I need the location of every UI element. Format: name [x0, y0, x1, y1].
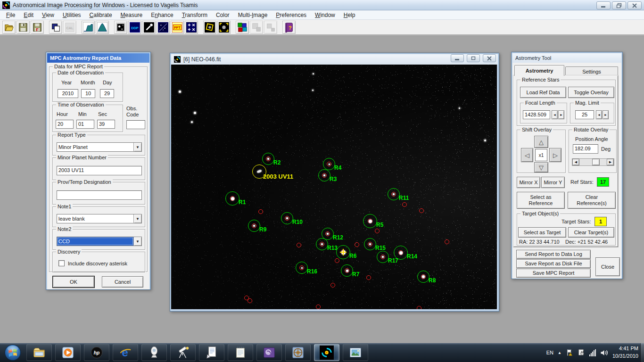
ok-button[interactable]: OK [53, 276, 94, 288]
hour-field[interactable]: 20 [56, 120, 74, 129]
save-fits-icon[interactable]: F [31, 21, 44, 34]
save-file-icon[interactable] [17, 21, 30, 34]
send-report-button[interactable]: Send Report to Data Log [516, 250, 591, 259]
app-titlebar[interactable]: Astronomical Image Processing for Window… [0, 0, 644, 10]
menu-calibrate[interactable]: Calibrate [85, 11, 116, 19]
tray-expand-icon[interactable]: ▲ [558, 351, 561, 355]
menu-view[interactable]: View [38, 11, 58, 19]
clear-targets-button[interactable]: Clear Target(s) [568, 227, 614, 238]
taskbar-aip4win[interactable] [314, 344, 339, 361]
taskbar-photo-viewer[interactable] [343, 344, 368, 361]
scroll-right-icon[interactable]: ▶ [607, 159, 614, 165]
image-window-titlebar[interactable]: [6] NEO-046.fit [171, 54, 498, 65]
taskbar-planetarium[interactable] [170, 344, 196, 361]
taskbar-webcam[interactable] [141, 344, 167, 361]
menu-multi-image[interactable]: Multi-Image [234, 11, 272, 19]
load-ref-data-button[interactable]: Load Ref Data [520, 87, 566, 98]
min-field[interactable]: 01 [76, 120, 94, 129]
magic-wand-icon[interactable] [142, 21, 156, 34]
menu-preferences[interactable]: Preferences [272, 11, 311, 19]
shift-right-button[interactable]: ▷ [549, 148, 561, 162]
focal-spin-right-icon[interactable]: ► [558, 110, 564, 119]
save-report-disk-button[interactable]: Save Report as Disk File [516, 259, 591, 268]
menu-transform[interactable]: Transform [178, 11, 212, 19]
sec-field[interactable]: 39 [97, 120, 115, 129]
position-angle-field[interactable]: 182.09 [573, 144, 598, 154]
cancel-button[interactable]: Cancel [102, 276, 143, 288]
rotate-image-icon[interactable] [203, 21, 216, 34]
mirror-y-button[interactable]: Mirror Y [541, 177, 565, 188]
start-button[interactable] [4, 344, 22, 362]
shift-down-button[interactable]: ▽ [534, 162, 548, 173]
taskbar-windows-explorer[interactable] [26, 344, 52, 361]
action-center-flag-icon[interactable]: ! [566, 349, 573, 356]
select-as-target-button[interactable]: Select as Target [518, 227, 566, 238]
taskbar-media-player[interactable] [55, 344, 81, 361]
network-icon[interactable] [589, 349, 596, 356]
taskbar-hp-solution-center[interactable]: hp [84, 344, 109, 361]
menu-color[interactable]: Color [212, 11, 234, 19]
language-indicator[interactable]: EN [546, 350, 553, 355]
report-type-combo[interactable]: Minor Planet ▼ [57, 142, 142, 152]
taskbar-wordpad[interactable] [199, 344, 224, 361]
help-icon[interactable]: ? [282, 21, 296, 34]
clock[interactable]: 4:41 PM 10/31/2010 [612, 345, 640, 360]
open-file-icon[interactable] [2, 21, 16, 34]
menu-utilities[interactable]: Utilities [58, 11, 85, 19]
close-button[interactable] [627, 1, 642, 9]
shift-up-button[interactable]: △ [534, 136, 548, 148]
toggle-overlay-button[interactable]: Toggle Overlay [568, 87, 614, 98]
histogram-stretch-icon[interactable] [82, 21, 95, 34]
dropdown-arrow-icon[interactable]: ▼ [133, 237, 141, 246]
shift-left-button[interactable]: ◁ [521, 148, 533, 162]
focal-spin-left-icon[interactable]: ◄ [552, 110, 558, 119]
flip-image-icon[interactable] [217, 21, 231, 34]
minor-planet-number-field[interactable]: 2003 UV11 [57, 166, 142, 175]
taskbar-internet-explorer[interactable]: e [113, 344, 138, 361]
mpc-dialog-titlebar[interactable]: MPC Astrometry Report Data [47, 53, 149, 63]
image-minimize-button[interactable] [451, 54, 464, 62]
month-field[interactable]: 10 [81, 89, 95, 98]
histogram-peak-icon[interactable] [96, 21, 109, 34]
restore-button[interactable] [612, 1, 626, 9]
menu-window[interactable]: Window [311, 11, 339, 19]
discovery-asterisk-checkbox[interactable] [58, 260, 65, 266]
star-image-icon[interactable] [114, 21, 127, 34]
day-field[interactable]: 29 [100, 89, 114, 98]
ddp-icon[interactable]: DDP [128, 21, 141, 34]
taskbar-star-atlas[interactable] [285, 344, 311, 361]
select-as-reference-button[interactable]: Select as Reference [517, 192, 565, 209]
fft-icon[interactable]: FFT [171, 21, 184, 34]
close-tool-button[interactable]: Close [595, 257, 620, 276]
position-angle-scrollbar[interactable]: ◀ ▶ [572, 158, 614, 166]
dropdown-arrow-icon[interactable]: ▼ [133, 143, 141, 151]
menu-help[interactable]: Help [339, 11, 360, 19]
scroll-left-icon[interactable]: ◀ [572, 159, 579, 165]
menu-edit[interactable]: Edit [19, 11, 38, 19]
tab-settings[interactable]: Settings [565, 66, 618, 76]
image-restore-button[interactable] [467, 54, 480, 62]
night-sky-icon[interactable] [157, 21, 170, 34]
menu-enhance[interactable]: Enhance [147, 11, 177, 19]
image-close-button[interactable] [483, 54, 496, 62]
minimize-button[interactable] [596, 1, 611, 9]
astrometry-tool-titlebar[interactable]: Astrometry Tool [512, 53, 621, 63]
clear-references-button[interactable]: Clear Reference(s) [568, 192, 616, 209]
note1-combo[interactable]: leave blank ▼ [57, 214, 142, 223]
color-channels-icon[interactable] [236, 21, 249, 34]
show-desktop-button[interactable] [640, 343, 644, 362]
image-canvas[interactable]: R1R2R3R4R5R6R7R8R9R10R11R12R13R14R15R16R… [171, 65, 497, 309]
obs-code-field[interactable] [126, 120, 145, 129]
note2-combo[interactable]: CCD ▼ [57, 237, 142, 246]
mag-spin-right-icon[interactable]: ► [603, 110, 609, 119]
taskbar-notepad[interactable] [228, 344, 253, 361]
menu-file[interactable]: File [2, 11, 19, 19]
focal-length-field[interactable]: 1428.509 [523, 110, 550, 119]
scrollbar-thumb[interactable] [592, 159, 600, 165]
mirror-x-button[interactable]: Mirror X [517, 177, 540, 188]
dropdown-arrow-icon[interactable]: ▼ [133, 214, 141, 223]
copy-image-icon[interactable] [49, 21, 62, 34]
menu-measure[interactable]: Measure [116, 11, 147, 19]
mag-spin-left-icon[interactable]: ◄ [596, 110, 602, 119]
volume-icon[interactable] [600, 349, 608, 356]
